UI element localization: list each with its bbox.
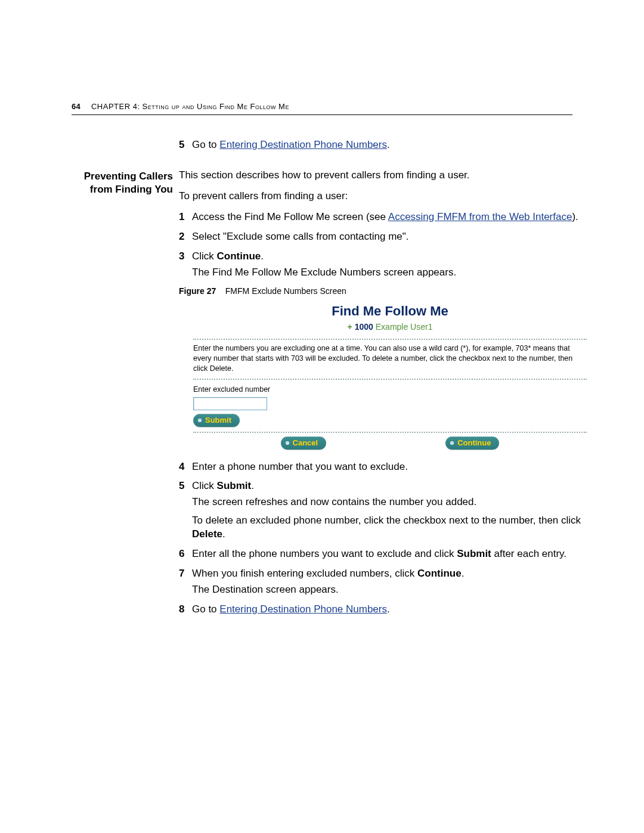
figure-title: FMFM Exclude Numbers Screen: [225, 286, 346, 296]
step-5: 5 Click Submit. The screen refreshes and…: [179, 479, 587, 541]
step-text-lead: Enter all the phone numbers you want to …: [192, 548, 457, 559]
dotted-rule: [193, 432, 587, 433]
step-bold: Continue: [217, 250, 261, 262]
shot-help-text: Enter the numbers you are excluding one …: [193, 343, 587, 374]
step-bold: Continue: [417, 568, 462, 579]
step-text-tail: .: [387, 139, 390, 150]
step-bold: Submit: [457, 548, 491, 559]
margin-heading-line1: Preventing Callers: [72, 170, 173, 183]
chapter-title: Setting up and Using Find Me Follow Me: [142, 102, 289, 111]
step-8: 8 Go to Entering Destination Phone Numbe…: [179, 603, 587, 617]
section-preventing-callers: Preventing Callers from Finding You This…: [72, 169, 572, 623]
shot-input-label: Enter excluded number: [193, 385, 587, 395]
step-text-lead: Access the Find Me Follow Me screen (see: [192, 211, 388, 222]
content: 5 Go to Entering Destination Phone Numbe…: [72, 138, 572, 623]
shot-subtitle: +1000 Example User1: [193, 321, 587, 333]
step-text-tail: .: [251, 480, 254, 491]
step-1: 1 Access the Find Me Follow Me screen (s…: [179, 210, 587, 224]
continue-button[interactable]: Continue: [445, 436, 499, 450]
step-bold: Submit: [217, 480, 252, 491]
chapter-label: Chapter 4:: [91, 102, 140, 111]
bullet-icon: [450, 441, 454, 445]
bullet-icon: [198, 419, 202, 422]
step-7: 7 When you finish entering excluded numb…: [179, 567, 587, 597]
step-text-lead: When you finish entering excluded number…: [192, 568, 417, 579]
step-number: 7: [179, 567, 184, 581]
steps-after-figure: 4 Enter a phone number that you want to …: [179, 460, 587, 617]
step-para-bold: Delete: [192, 528, 222, 540]
button-label: Cancel: [293, 438, 318, 447]
step-para: The screen refreshes and now contains th…: [192, 496, 587, 509]
plus-icon: +: [348, 322, 352, 332]
step-text-tail: after each entry.: [491, 548, 566, 559]
bullet-icon: [286, 441, 289, 445]
step-number: 2: [179, 230, 184, 244]
intro-paragraph-2: To prevent callers from finding a user:: [179, 190, 587, 203]
step-text-lead: Click: [192, 250, 217, 262]
dotted-rule: [193, 339, 587, 340]
embedded-screenshot: Find Me Follow Me +1000 Example User1 En…: [193, 302, 587, 449]
step-text-tail: .: [261, 250, 264, 262]
step-number: 5: [179, 479, 184, 493]
dotted-rule: [193, 379, 587, 380]
prior-step-5: 5 Go to Entering Destination Phone Numbe…: [179, 138, 572, 152]
submit-button[interactable]: Submit: [193, 414, 240, 427]
shot-extension: 1000: [355, 322, 373, 332]
step-number: 6: [179, 547, 184, 561]
step-text-tail: .: [387, 603, 390, 615]
shot-username: Example User1: [376, 322, 433, 332]
step-text-lead: Go to: [192, 139, 219, 150]
step-text-tail: .: [462, 568, 465, 579]
margin-heading: Preventing Callers from Finding You: [72, 169, 173, 623]
intro-paragraph-1: This section describes how to prevent ca…: [179, 169, 587, 182]
body-column: This section describes how to prevent ca…: [179, 169, 587, 623]
shot-footer-buttons: Cancel Continue: [193, 436, 587, 450]
step-text-lead: Click: [192, 480, 217, 491]
button-label: Continue: [457, 438, 491, 447]
step-number: 3: [179, 250, 184, 264]
page: 64 Chapter 4: Setting up and Using Find …: [0, 0, 644, 833]
excluded-number-input[interactable]: [193, 397, 267, 410]
figure-caption: Figure 27 FMFM Exclude Numbers Screen: [179, 286, 587, 297]
step-para-tail: .: [222, 528, 225, 540]
button-label: Submit: [205, 416, 231, 425]
header-rule: [72, 114, 572, 115]
shot-title: Find Me Follow Me: [193, 302, 587, 320]
step-para: The Find Me Follow Me Exclude Numbers sc…: [192, 266, 587, 280]
step-number: 8: [179, 603, 184, 617]
link-entering-destination[interactable]: Entering Destination Phone Numbers: [219, 139, 387, 150]
margin-heading-line2: from Finding You: [72, 183, 173, 196]
step-number: 1: [179, 210, 184, 224]
cancel-button[interactable]: Cancel: [281, 436, 327, 450]
step-number: 4: [179, 460, 184, 474]
step-para-lead: To delete an excluded phone number, clic…: [192, 515, 581, 526]
running-header: 64 Chapter 4: Setting up and Using Find …: [72, 101, 572, 112]
steps-before-figure: 1 Access the Find Me Follow Me screen (s…: [179, 210, 587, 280]
figure-label: Figure 27: [179, 286, 216, 296]
link-entering-destination[interactable]: Entering Destination Phone Numbers: [219, 603, 387, 615]
step-para: The Destination screen appears.: [192, 583, 587, 597]
step-para: To delete an excluded phone number, clic…: [192, 514, 587, 541]
page-number: 64: [72, 102, 80, 111]
step-6: 6 Enter all the phone numbers you want t…: [179, 547, 587, 561]
step-text-lead: Go to: [192, 603, 219, 615]
link-accessing-fmfm[interactable]: Accessing FMFM from the Web Interface: [388, 211, 572, 222]
step-text: Select "Exclude some calls from contacti…: [192, 231, 409, 242]
step-4: 4 Enter a phone number that you want to …: [179, 460, 587, 474]
step-text-tail: ).: [572, 211, 578, 222]
step-2: 2 Select "Exclude some calls from contac…: [179, 230, 587, 244]
step-text: Enter a phone number that you want to ex…: [192, 461, 408, 472]
step-number: 5: [179, 138, 184, 152]
step-3: 3 Click Continue. The Find Me Follow Me …: [179, 250, 587, 280]
